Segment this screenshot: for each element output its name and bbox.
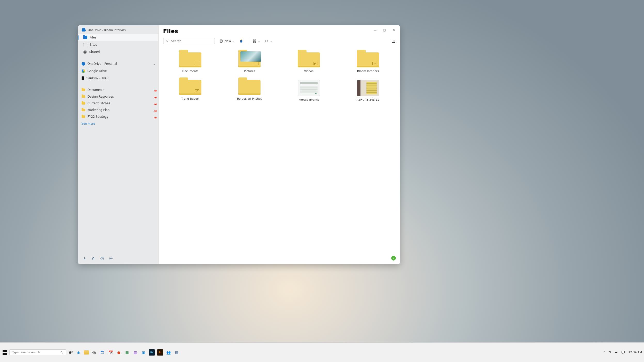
search-box[interactable] [163,38,215,44]
info-panel-icon [391,39,395,43]
app-teams[interactable]: 👥 [165,349,171,356]
details-pane-button[interactable] [391,39,395,43]
app-mail[interactable]: 🗔 [99,349,105,356]
folder-redesign-pitches[interactable]: Re-design Pitches [222,80,277,101]
pin-icon[interactable]: 📌 [153,95,156,98]
settings-icon[interactable] [109,256,113,261]
sort-button[interactable]: ⌄ [265,39,272,43]
file-ashure-photo[interactable]: ASHURE-343-12 [341,80,395,101]
tile-label: Morale Events [299,98,319,101]
folder-pictures[interactable]: Pictures [222,52,277,73]
search-icon [166,40,169,43]
svg-rect-12 [69,351,70,352]
account-onedrive-personal[interactable]: OneDrive - Personal ⌄ [78,60,158,67]
tile-label: Trend Report [181,97,199,100]
tray-clock[interactable]: 12:34 AM [629,351,642,354]
file-morale-events[interactable]: Morale Events [281,80,336,101]
tray-notifications-icon[interactable]: 💬 [621,351,625,354]
folder-trend-report[interactable]: Trend Report [163,80,218,101]
app-illustrator[interactable]: Ai [157,349,163,356]
see-more-link[interactable]: See more [78,120,158,128]
app-calendar[interactable]: 📅 [107,349,114,356]
account-label: Google Drive [88,69,107,73]
recycle-bin-icon[interactable] [91,256,96,261]
app-file-explorer[interactable] [84,350,89,355]
taskbar-pinned-apps: ◉ 🛍 🗔 📅 ● ▦ ▥ ▣ Ps Ai 👥 ▤ [75,349,180,356]
nav-label: Sites [90,43,97,46]
svg-rect-6 [253,40,254,41]
pinned-marketing-plan[interactable]: Marketing Plan 📌 [78,107,158,113]
paste-button[interactable] [239,39,243,43]
sidebar-nav-files[interactable]: Files [78,34,158,41]
pinned-current-pitches[interactable]: Current Pitches 📌 [78,100,158,107]
app-store[interactable]: 🛍 [91,349,97,356]
onedrive-icon [82,29,86,32]
pin-icon[interactable]: 📌 [153,102,156,105]
folder-icon [238,52,261,67]
folder-bloom-interiors[interactable]: Bloom Interiors [341,52,395,73]
tray-chevron-up-icon[interactable]: ˄ [604,351,606,354]
app-onenote[interactable]: ▥ [132,349,138,356]
taskbar: Type here to search ◉ 🛍 🗔 📅 ● ▦ ▥ ▣ Ps A… [0,342,644,362]
sites-icon [83,43,87,46]
pin-icon[interactable]: 📌 [153,89,156,91]
folder-icon [82,95,85,98]
folder-icon [298,52,320,67]
tile-label: Pictures [244,69,255,73]
spreadsheet-thumbnail [298,80,320,96]
grid-view-icon [253,39,256,43]
svg-rect-7 [255,40,256,41]
pinned-documents[interactable]: Documents 📌 [78,86,158,93]
chevron-down-icon: ⌄ [258,40,260,43]
chevron-down-icon[interactable]: ⌄ [153,62,155,65]
account-sandisk[interactable]: SanDisk - 18GB [78,75,158,82]
pinned-label: FY22 Strategy [88,115,108,119]
svg-rect-14 [69,352,70,353]
pin-icon[interactable]: 📌 [153,115,156,118]
new-icon [219,39,223,43]
tile-label: Videos [304,69,314,73]
svg-rect-13 [71,351,72,352]
sidebar-nav-sites[interactable]: Sites [78,41,158,48]
taskbar-search[interactable]: Type here to search [9,349,66,355]
search-input[interactable] [171,39,212,43]
tile-label: Documents [182,69,199,73]
divider [248,38,248,44]
svg-rect-9 [255,41,256,42]
app-excel[interactable]: ▦ [124,349,130,356]
pin-icon[interactable]: 📌 [153,109,156,111]
tray-network-icon[interactable]: ⇅ [609,351,611,354]
start-button[interactable] [2,350,8,355]
downloads-icon[interactable] [83,256,87,261]
account-label: OneDrive - Personal [88,62,117,66]
folder-icon [83,36,87,39]
shared-icon [83,50,87,54]
folder-icon [238,80,261,95]
task-view-button[interactable] [68,349,74,356]
account-label: SanDisk - 18GB [87,76,109,80]
desktop: OneDrive - Bloom Interiors Files Sites S… [0,0,644,362]
pinned-fy22-strategy[interactable]: FY22 Strategy 📌 [78,113,158,120]
account-title: OneDrive - Bloom Interiors [88,28,126,32]
help-icon[interactable] [100,256,104,261]
pinned-design-resources[interactable]: Design Resources 📌 [78,93,158,100]
view-button[interactable]: ⌄ [253,39,260,43]
sync-status-ok-icon[interactable]: ✓ [391,256,396,261]
account-google-drive[interactable]: Google Drive [78,67,158,75]
usb-drive-icon [82,76,84,80]
app-photos[interactable]: ▣ [140,349,147,356]
onedrive-icon [82,62,85,66]
tray-battery-icon[interactable]: ▬ [615,351,617,354]
new-button[interactable]: New ⌄ [219,39,235,43]
folder-documents[interactable]: Documents [163,52,218,73]
sidebar-nav-shared[interactable]: Shared [78,48,158,56]
pinned-label: Current Pitches [88,101,110,105]
folder-videos[interactable]: Videos [281,52,336,73]
app-powerpoint[interactable]: ● [116,349,122,356]
app-word[interactable]: ▤ [174,349,180,356]
svg-rect-10 [392,40,395,42]
nav-label: Files [90,36,96,39]
new-label: New [225,39,231,43]
app-photoshop[interactable]: Ps [149,349,155,356]
app-edge[interactable]: ◉ [75,349,82,356]
